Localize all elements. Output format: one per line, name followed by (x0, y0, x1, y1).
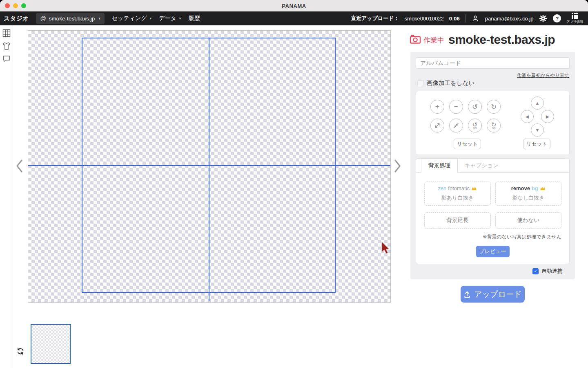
removebg-button[interactable]: removebg 影なし白抜き (495, 182, 562, 206)
previous-photo-button[interactable] (15, 159, 24, 173)
grid-view-icon[interactable] (2, 29, 11, 38)
auto-link-checkbox[interactable]: ✓ (532, 268, 539, 274)
restart-work-link[interactable]: 作業を最初からやり直す (517, 73, 569, 78)
tool-sidebar (0, 25, 13, 368)
upload-button-label: アップロード (474, 289, 521, 300)
studio-label: スタジオ (4, 15, 29, 22)
tab-background[interactable]: 背景処理 (421, 159, 458, 173)
zoom-in-button[interactable]: + (430, 100, 444, 114)
comment-bubble-icon[interactable] (2, 54, 11, 63)
recent-upload-id: smoke00010022 (405, 16, 444, 22)
recent-upload-time: 0:06 (449, 16, 460, 22)
background-card: 背景処理 キャプション zenfotomatic 影あり白抜き removebg (416, 158, 570, 264)
album-code-input[interactable] (416, 57, 570, 69)
background-note: ※背景のない写真は処理できません (416, 229, 569, 240)
remove-brand-text: remove (511, 185, 530, 191)
camera-icon (410, 34, 421, 46)
zenfotomatic-caption: 影あり白抜き (425, 194, 490, 202)
user-icon (471, 14, 480, 23)
rotate-90-label: 90 (492, 126, 496, 130)
page-title: smoke-test.baxs.jp (448, 33, 555, 47)
transform-card: + − ↺ ↻ ↺ 90 (416, 91, 570, 155)
editor-header: 作業中 smoke-test.baxs.jp (410, 33, 555, 47)
shrink-button[interactable] (449, 119, 463, 132)
tab-bar: 背景処理 キャプション (416, 159, 569, 173)
tshirt-icon[interactable] (2, 41, 11, 50)
at-icon: @ (40, 15, 46, 22)
next-photo-button[interactable] (393, 159, 402, 173)
refresh-thumbnails-icon[interactable] (17, 348, 24, 355)
menu-data[interactable]: データ ▾ (159, 15, 181, 22)
skip-processing-checkbox[interactable] (417, 80, 423, 86)
removebg-caption: 影なし白抜き (496, 194, 561, 202)
crown-icon (540, 186, 546, 191)
chevron-down-icon: ▾ (98, 16, 100, 20)
menu-history-label: 履歴 (188, 15, 200, 22)
auto-link-label: 自動連携 (541, 267, 563, 275)
zoom-window-button[interactable] (21, 3, 26, 8)
divider (465, 14, 466, 22)
window-title: PANAMA (282, 3, 306, 9)
position-reset-button[interactable]: リセット (523, 139, 550, 149)
menu-settings-label: セッティング (112, 15, 147, 22)
nudge-right-button[interactable]: ▶ (541, 110, 554, 123)
app-menubar: スタジオ @ smoke-test.baxs.jp ▾ セッティング ▾ データ… (0, 11, 588, 25)
tab-caption[interactable]: キャプション (458, 159, 506, 172)
close-window-button[interactable] (5, 3, 10, 8)
mouse-cursor (381, 241, 391, 255)
crown-icon (471, 186, 477, 191)
app-window: PANAMA スタジオ @ smoke-test.baxs.jp ▾ セッティン… (0, 0, 588, 368)
recent-upload-label: 直近アップロード： (351, 15, 399, 22)
traffic-lights (5, 3, 26, 8)
no-background-button[interactable]: 使わない (495, 212, 562, 229)
expand-button[interactable] (430, 119, 444, 132)
account-email: panama@baxs.co.jp (485, 16, 534, 22)
app-grid-icon (572, 13, 578, 19)
site-dropdown[interactable]: @ smoke-test.baxs.jp ▾ (36, 13, 104, 24)
rotate-90-ccw-button[interactable]: ↺ 90 (468, 119, 482, 132)
minimize-window-button[interactable] (13, 3, 18, 8)
app-switcher-label: アプリ切替 (566, 20, 583, 24)
nudge-left-button[interactable]: ◀ (521, 110, 534, 123)
editor-panel: 作業を最初からやり直す 画像加工をしない + − ↺ ↻ (410, 52, 575, 279)
upload-icon (463, 291, 471, 298)
rotate-90-label: 90 (473, 126, 477, 130)
help-icon[interactable]: ? (553, 14, 561, 22)
rotate-cw-button[interactable]: ↻ (487, 100, 501, 114)
nudge-dpad: ▲ ◀ ▶ ▼ (517, 96, 558, 137)
rotate-90-cw-button[interactable]: ↻ 90 (487, 119, 501, 132)
vertical-guide-line (209, 38, 209, 301)
nudge-down-button[interactable]: ▼ (531, 123, 544, 137)
photo-canvas[interactable] (28, 30, 391, 303)
macos-titlebar: PANAMA (0, 0, 588, 11)
photo-thumbnail[interactable] (31, 324, 71, 364)
menu-data-label: データ (159, 15, 176, 22)
bg-brand-text: bg (532, 185, 538, 191)
menu-history[interactable]: 履歴 (188, 15, 200, 22)
extend-background-button[interactable]: 背景延長 (424, 212, 491, 229)
chevron-down-icon: ▾ (150, 16, 152, 20)
zen-brand-text: zen (438, 185, 446, 191)
zenfotomatic-button[interactable]: zenfotomatic 影あり白抜き (424, 182, 491, 206)
transform-reset-button[interactable]: リセット (454, 139, 481, 149)
app-switcher-button[interactable]: アプリ切替 (566, 13, 583, 24)
working-status-label: 作業中 (423, 36, 444, 45)
gear-icon[interactable] (539, 14, 548, 23)
skip-processing-label: 画像加工をしない (427, 79, 474, 87)
zoom-out-button[interactable]: − (449, 100, 463, 114)
nudge-up-button[interactable]: ▲ (531, 96, 544, 110)
preview-button[interactable]: プレビュー (476, 246, 510, 257)
chevron-down-icon: ▾ (179, 16, 181, 20)
menu-settings[interactable]: セッティング ▾ (112, 15, 152, 22)
site-dropdown-label: smoke-test.baxs.jp (49, 16, 95, 22)
rotate-ccw-button[interactable]: ↺ (468, 100, 482, 114)
fotomatic-brand-text: fotomatic (448, 185, 470, 191)
upload-button[interactable]: アップロード (461, 286, 525, 303)
